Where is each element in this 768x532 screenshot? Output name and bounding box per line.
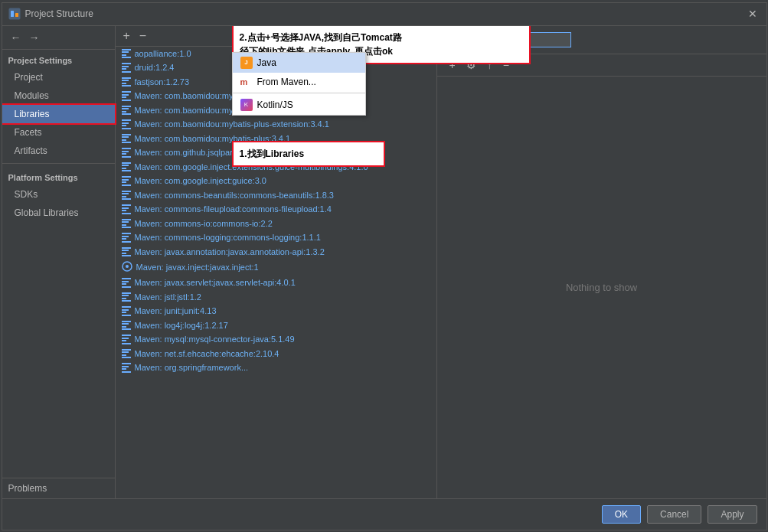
remove-library-button[interactable]: −	[136, 29, 149, 43]
list-item[interactable]: Maven: com.baomidou:mybatis-plus-extensi…	[116, 117, 436, 132]
lib-item-text: Maven: commons-fileupload:commons-fileup…	[135, 204, 332, 214]
close-button[interactable]: ✕	[745, 6, 760, 21]
lib-item-icon	[122, 349, 131, 359]
svg-rect-2	[15, 13, 18, 17]
lib-item-text: Maven: javax.servlet:javax.servlet-api:4…	[135, 278, 296, 287]
maven-icon: m	[240, 77, 253, 86]
list-item[interactable]: Maven: jstl:jstl:1.2	[116, 290, 436, 305]
lib-item-text: Maven: javax.inject:javax.inject:1	[136, 263, 259, 272]
apply-button[interactable]: Apply	[708, 505, 757, 524]
list-item[interactable]: Maven: javax.inject:javax.inject:1	[116, 259, 436, 276]
dropdown-item-kotlin[interactable]: K Kotlin/JS	[233, 95, 365, 115]
forward-button[interactable]: →	[27, 31, 42, 44]
list-item[interactable]: Maven: net.sf.ehcache:ehcache:2.10.4	[116, 347, 436, 361]
dropdown-separator	[233, 93, 365, 93]
lib-item-icon	[122, 176, 131, 186]
lib-item-icon	[122, 162, 131, 172]
lib-item-text: Maven: commons-io:commons-io:2.2	[135, 219, 273, 228]
bottom-bar: OK Cancel Apply	[2, 498, 766, 530]
sidebar-item-project[interactable]: Project	[2, 68, 115, 86]
sidebar-item-global-libraries[interactable]: Global Libraries	[2, 204, 115, 222]
kotlin-icon: K	[240, 99, 253, 111]
lib-item-text: Maven: com.baomidou:mybatis-plus-extensi…	[135, 119, 329, 129]
lib-item-icon	[122, 247, 131, 257]
svg-point-4	[126, 265, 129, 268]
list-item[interactable]: Maven: log4j:log4j:1.2.17	[116, 318, 436, 333]
lib-item-icon	[122, 321, 131, 331]
list-item[interactable]: Maven: commons-fileupload:commons-fileup…	[116, 202, 436, 217]
svg-rect-1	[11, 11, 14, 17]
list-item[interactable]: Maven: com.google.inject:guice:3.0	[116, 174, 436, 188]
annotation-2-text: 1.找到Libraries	[240, 149, 305, 159]
lib-item-icon	[122, 335, 131, 344]
sidebar-item-problems[interactable]: Problems	[2, 478, 115, 498]
lib-item-icon	[122, 233, 131, 243]
lib-item-text: Maven: javax.annotation:javax.annotation…	[135, 247, 325, 256]
lib-item-text: aopalliance:1.0	[135, 49, 191, 58]
lib-item-icon	[122, 134, 131, 144]
sidebar-item-sdks[interactable]: SDKs	[2, 185, 115, 204]
project-icon	[8, 8, 21, 20]
dropdown-item-maven[interactable]: m From Maven...	[233, 73, 365, 91]
back-button[interactable]: ←	[8, 31, 24, 44]
lib-item-text: druid:1.2.4	[135, 63, 175, 72]
title-bar-left: Project Structure	[8, 8, 93, 20]
project-structure-dialog: Project Structure ✕ ← → Project Settings…	[2, 2, 767, 530]
right-panel: Name: + ⚙ ↑ − Nothing to show	[437, 26, 766, 498]
lib-item-text: Maven: net.sf.ehcache:ehcache:2.10.4	[135, 349, 279, 358]
lib-item-icon	[122, 292, 131, 302]
java-icon: J	[240, 57, 253, 69]
nothing-area: Nothing to show	[437, 77, 766, 498]
lib-item-icon	[122, 91, 131, 101]
project-settings-label: Project Settings	[2, 50, 115, 68]
nav-header: ← →	[2, 26, 115, 50]
title-bar: Project Structure ✕	[2, 3, 766, 26]
sidebar-item-libraries[interactable]: Libraries	[2, 105, 115, 123]
list-item[interactable]: Maven: javax.annotation:javax.annotation…	[116, 245, 436, 259]
lib-item-icon	[122, 49, 131, 59]
lib-item-icon	[122, 261, 132, 273]
dropdown-java-label: Java	[257, 57, 276, 68]
dropdown-kotlin-label: Kotlin/JS	[257, 100, 293, 110]
sidebar-divider	[2, 163, 115, 164]
sidebar: ← → Project Settings Project Modules Lib…	[2, 26, 116, 498]
lib-item-icon	[122, 106, 131, 116]
list-item[interactable]: Maven: org.springframework...	[116, 361, 436, 375]
sidebar-item-artifacts[interactable]: Artifacts	[2, 142, 115, 160]
dialog-title: Project Structure	[25, 8, 93, 19]
lib-item-icon	[122, 278, 131, 288]
list-item[interactable]: Maven: javax.servlet:javax.servlet-api:4…	[116, 276, 436, 290]
sidebar-item-modules[interactable]: Modules	[2, 86, 115, 105]
lib-item-icon	[122, 219, 131, 229]
list-item[interactable]: Maven: mysql:mysql-connector-java:5.1.49	[116, 332, 436, 347]
add-library-button[interactable]: +	[120, 29, 133, 43]
list-item[interactable]: Maven: commons-beanutils:commons-beanuti…	[116, 188, 436, 203]
lib-item-text: Maven: log4j:log4j:1.2.17	[135, 321, 228, 330]
nothing-to-show-text: Nothing to show	[566, 282, 637, 293]
ok-button[interactable]: OK	[602, 505, 641, 524]
lib-item-icon	[122, 191, 131, 201]
lib-item-text: Maven: commons-beanutils:commons-beanuti…	[135, 191, 334, 200]
sidebar-item-facets[interactable]: Facets	[2, 123, 115, 142]
lib-item-text: fastjson:1.2.73	[135, 77, 190, 86]
lib-item-text: Maven: org.springframework...	[135, 363, 249, 372]
dropdown-maven-label: From Maven...	[257, 77, 316, 87]
lib-item-icon	[122, 363, 131, 373]
lib-item-icon	[122, 306, 131, 316]
annotation-box-2: 1.找到Libraries	[232, 141, 385, 167]
lib-item-icon	[122, 148, 131, 158]
lib-item-text: Maven: commons-logging:commons-logging:1…	[135, 233, 321, 242]
content-area: ← → Project Settings Project Modules Lib…	[2, 26, 766, 498]
lib-item-text: Maven: jstl:jstl:1.2	[135, 292, 201, 302]
lib-item-icon	[122, 119, 131, 129]
list-item[interactable]: Maven: junit:junit:4.13	[116, 304, 436, 318]
lib-item-text: Maven: mysql:mysql-connector-java:5.1.49	[135, 335, 295, 344]
lib-item-text: Maven: junit:junit:4.13	[135, 306, 217, 315]
platform-settings-label: Platform Settings	[2, 167, 115, 185]
lib-item-icon	[122, 204, 131, 214]
list-item[interactable]: Maven: commons-logging:commons-logging:1…	[116, 230, 436, 245]
cancel-button[interactable]: Cancel	[647, 505, 701, 524]
main-panel: + − aopalliance:1.0druid:1.2.4fastjson:1…	[116, 26, 766, 498]
dropdown-item-java[interactable]: J Java	[233, 53, 365, 73]
list-item[interactable]: Maven: commons-io:commons-io:2.2	[116, 217, 436, 231]
